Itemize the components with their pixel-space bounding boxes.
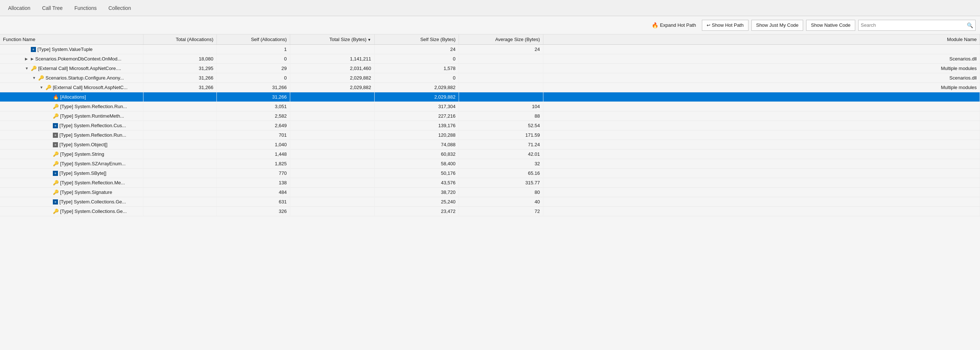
table-row[interactable]: ▶ ▶ Scenarios.PokemonDbContext.OnMod... … — [0, 54, 980, 64]
tab-allocation[interactable]: Allocation — [3, 3, 36, 13]
method-icon: 🔑 — [53, 190, 59, 195]
table-row[interactable]: ≡ [Type] System.Reflection.Run... 701120… — [0, 130, 980, 140]
search-input[interactable] — [861, 22, 967, 28]
cell-total-size: 2,029,882 — [290, 73, 374, 83]
cell-self-alloc: 770 — [216, 169, 290, 178]
tab-bar: Allocation Call Tree Functions Collectio… — [0, 0, 980, 16]
cell-name: ▶ ▶ Scenarios.PokemonDbContext.OnMod... — [0, 54, 143, 64]
show-native-code-button[interactable]: Show Native Code — [806, 20, 855, 31]
name-cell-content: ▶ ▶ Scenarios.PokemonDbContext.OnMod... — [3, 56, 140, 62]
expand-arrow[interactable]: ▶ — [25, 57, 29, 61]
cell-module — [543, 130, 980, 140]
name-cell-content: ≡ [Type] System.Object[] — [3, 142, 140, 147]
type-icon: ≡ — [53, 142, 58, 147]
cell-total-size — [290, 178, 374, 188]
cell-total-alloc — [143, 178, 216, 188]
table-row[interactable]: 🔑 [Type] System.SZArrayEnum... 1,82558,4… — [0, 159, 980, 169]
table-container: Function Name Total (Allocations) Self (… — [0, 35, 980, 350]
cell-self-size: 2,029,882 — [374, 83, 459, 92]
table-row[interactable]: 🔑 [Type] System.Reflection.Run... 3,0513… — [0, 102, 980, 111]
name-cell-content: ≡ [Type] System.SByte[] — [3, 170, 140, 176]
cell-avg-size: 71.24 — [459, 140, 543, 149]
cell-avg-size: 88 — [459, 111, 543, 121]
method-icon: 🔑 — [53, 151, 59, 157]
col-header-avg-size[interactable]: Average Size (Bytes) — [459, 35, 543, 45]
expand-icon: ▶ — [31, 57, 34, 61]
table-row[interactable]: ▼ 🔑 [External Call] Microsoft.AspNetC...… — [0, 83, 980, 92]
table-row[interactable]: 🔑 [Type] System.Collections.Ge... 32623,… — [0, 207, 980, 216]
table-row[interactable]: ▼ 🔑 Scenarios.Startup.Configure.Anony...… — [0, 73, 980, 83]
table-row[interactable]: 🔑 [Type] System.Signature 48438,72080 — [0, 188, 980, 197]
cell-total-size — [290, 149, 374, 159]
cell-total-size — [290, 111, 374, 121]
function-name-text: [Type] System.Reflection.Run... — [59, 132, 126, 138]
cell-name: 🔑 [Type] System.Signature — [0, 188, 143, 197]
table-row[interactable]: ≡ [Type] System.Reflection.Cus... 2,6491… — [0, 121, 980, 130]
search-box[interactable]: 🔍 — [858, 20, 975, 31]
col-header-self-size[interactable]: Self Size (Bytes) — [374, 35, 459, 45]
table-row[interactable]: 🔑 [Type] System.RuntimeMeth... 2,582227,… — [0, 111, 980, 121]
collapse-arrow[interactable]: ▼ — [32, 76, 37, 80]
cell-module — [543, 121, 980, 130]
cell-avg-size: 40 — [459, 197, 543, 207]
table-row[interactable]: ≡ [Type] System.Object[] 1,04074,08871.2… — [0, 140, 980, 149]
cell-avg-size: 24 — [459, 45, 543, 54]
col-header-total-size[interactable]: Total Size (Bytes) — [290, 35, 374, 45]
function-name-text: [Type] System.ValueTuple — [37, 46, 92, 52]
cell-total-alloc — [143, 149, 216, 159]
col-header-total-alloc[interactable]: Total (Allocations) — [143, 35, 216, 45]
toolbar: 🔥 Expand Hot Path ↩ Show Hot Path Show J… — [0, 16, 980, 35]
cell-avg-size — [459, 83, 543, 92]
cell-total-alloc: 18,080 — [143, 54, 216, 64]
name-cell-content: 🔑 [Type] System.Reflection.Run... — [3, 104, 140, 109]
cell-name: 🔥 [Allocations] — [0, 92, 143, 102]
cell-module — [543, 159, 980, 169]
cell-total-alloc — [143, 111, 216, 121]
table-row[interactable]: 🔑 [Type] System.String 1,44860,83242.01 — [0, 149, 980, 159]
function-name-text: [Type] System.RuntimeMeth... — [60, 113, 124, 119]
function-name-text: [Type] System.Collections.Ge... — [60, 209, 127, 214]
table-row[interactable]: ≡ [Type] System.ValueTuple 12424 — [0, 45, 980, 54]
col-header-name[interactable]: Function Name — [0, 35, 143, 45]
cell-self-size: 24 — [374, 45, 459, 54]
cell-total-alloc — [143, 207, 216, 216]
function-name-text: [External Call] Microsoft.AspNetC... — [53, 85, 128, 90]
tab-call-tree[interactable]: Call Tree — [37, 3, 68, 13]
cell-total-size: 2,029,882 — [290, 83, 374, 92]
table-row[interactable]: ≡ [Type] System.SByte[] 77050,17665.16 — [0, 169, 980, 178]
table-row[interactable]: 🔥 [Allocations] 31,2662,029,882 — [0, 92, 980, 102]
cell-module — [543, 140, 980, 149]
cell-avg-size: 315.77 — [459, 178, 543, 188]
cell-module — [543, 178, 980, 188]
tab-collection[interactable]: Collection — [103, 3, 136, 13]
collapse-arrow[interactable]: ▼ — [25, 67, 29, 70]
cell-self-alloc: 1,448 — [216, 149, 290, 159]
function-name-text: [Type] System.String — [60, 151, 104, 157]
col-header-module[interactable]: Module Name — [543, 35, 980, 45]
table-row[interactable]: ≡ [Type] System.Collections.Ge... 63125,… — [0, 197, 980, 207]
show-hot-path-button[interactable]: ↩ Show Hot Path — [702, 20, 748, 31]
cell-total-size: 2,031,460 — [290, 64, 374, 73]
cell-name: 🔑 [Type] System.SZArrayEnum... — [0, 159, 143, 169]
cell-self-alloc: 31,266 — [216, 83, 290, 92]
tab-functions[interactable]: Functions — [69, 3, 102, 13]
method-icon: 🔑 — [53, 113, 59, 119]
cell-self-alloc: 0 — [216, 54, 290, 64]
collapse-arrow[interactable]: ▼ — [40, 86, 44, 89]
cell-avg-size — [459, 64, 543, 73]
cell-self-size: 0 — [374, 54, 459, 64]
cell-self-size: 1,578 — [374, 64, 459, 73]
table-row[interactable]: ▼ 🔑 [External Call] Microsoft.AspNetCore… — [0, 64, 980, 73]
cell-total-size — [290, 92, 374, 102]
cell-self-size: 227,216 — [374, 111, 459, 121]
cell-self-alloc: 138 — [216, 178, 290, 188]
name-cell-content: 🔑 [Type] System.RuntimeMeth... — [3, 113, 140, 119]
table-row[interactable]: 🔑 [Type] System.Reflection.Me... 13843,5… — [0, 178, 980, 188]
show-just-my-code-button[interactable]: Show Just My Code — [751, 20, 803, 31]
cell-name: ▼ 🔑 [External Call] Microsoft.AspNetC... — [0, 83, 143, 92]
col-header-self-alloc[interactable]: Self (Allocations) — [216, 35, 290, 45]
cell-total-size: 1,141,211 — [290, 54, 374, 64]
cell-total-alloc — [143, 130, 216, 140]
function-name-text: [Type] System.Reflection.Me... — [60, 180, 125, 185]
function-name-text: [Type] System.SZArrayEnum... — [60, 161, 126, 166]
